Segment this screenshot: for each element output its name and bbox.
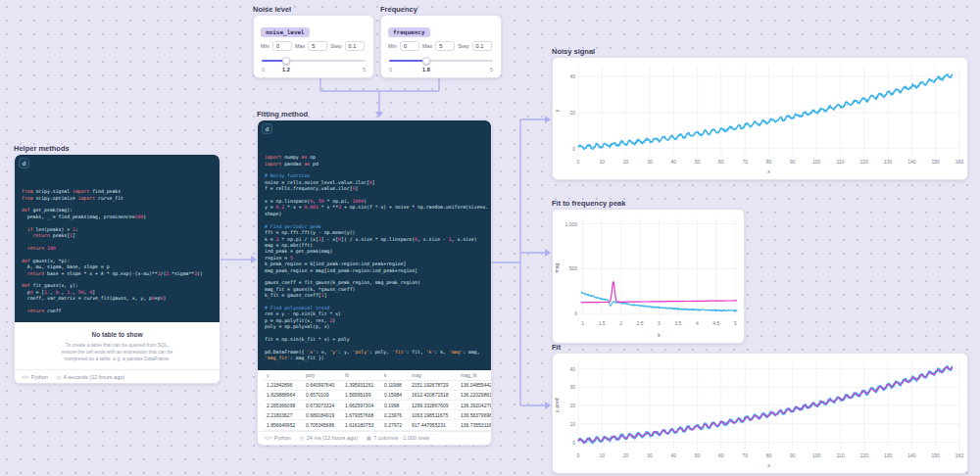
fit-chart[interactable]: 0102030405060708090100110120130140150160…: [553, 354, 968, 469]
svg-text:10: 10: [600, 159, 606, 165]
svg-text:1: 1: [581, 320, 584, 326]
table-row: 1.218428960.6409976401.3959312610.119882…: [264, 380, 492, 390]
cell-type-badge[interactable]: d: [19, 158, 29, 168]
table-cell: 0.640997640: [303, 380, 342, 390]
table-cell: 0.6570109: [303, 390, 342, 400]
variable-chip[interactable]: frequency: [388, 27, 430, 37]
svg-text:20: 20: [569, 110, 575, 116]
table-cell: 136.563796983: [458, 410, 492, 420]
table-cell: 1.21842896: [264, 380, 303, 390]
svg-text:3.5: 3.5: [674, 320, 681, 326]
arrowhead-right-icon: [545, 116, 551, 123]
step-input[interactable]: 0.1: [345, 41, 365, 51]
svg-text:1,000: 1,000: [564, 221, 577, 227]
frequency-peak-chart[interactable]: 11.522.533.544.5505001,000kmag: [553, 210, 745, 339]
noise-level-slider[interactable]: [262, 57, 366, 65]
slider-track[interactable]: [262, 60, 366, 63]
code-editor[interactable]: d import numpy as npimport pandas as pd …: [258, 120, 491, 370]
svg-text:40: 40: [670, 159, 676, 165]
max-input[interactable]: 5: [435, 41, 455, 51]
svg-text:1.5: 1.5: [599, 320, 606, 326]
svg-text:160: 160: [956, 159, 964, 165]
result-table-container[interactable]: ypolyfitkmagmag_fit1.218428960.640997640…: [258, 370, 491, 431]
step-input[interactable]: 0.1: [472, 41, 492, 51]
table-cell: 1299.332867609: [409, 401, 458, 410]
svg-text:60: 60: [718, 159, 724, 165]
runtime-label: 24 ms (12 hours ago): [307, 435, 358, 441]
cell-type-badge[interactable]: d: [262, 123, 272, 134]
table-header-cell[interactable]: mag_fit: [458, 370, 492, 381]
chart-card-fit: Fit 010203040506070809010011012013014015…: [552, 343, 968, 474]
svg-text:40: 40: [569, 366, 575, 372]
svg-text:mag: mag: [554, 262, 560, 272]
table-header-cell[interactable]: fit: [342, 370, 381, 381]
table-cell: 136.048554429: [458, 380, 492, 390]
svg-text:30: 30: [647, 452, 653, 458]
svg-text:0: 0: [574, 310, 577, 316]
table-cell: 1.829888964: [264, 390, 303, 400]
language-label: Python: [274, 435, 291, 441]
runtime-indicator: ◷ 24 ms (12 hours ago): [300, 435, 358, 441]
slider-max-scale: 5: [363, 67, 366, 72]
min-input[interactable]: 0: [272, 41, 292, 51]
variable-chip[interactable]: noise_level: [261, 27, 310, 37]
step-label: Step: [458, 43, 468, 49]
table-row: 2.218036270.6891849191.6793576680.239761…: [264, 410, 492, 420]
svg-text:60: 60: [718, 452, 724, 458]
svg-text:140: 140: [907, 452, 916, 458]
chart-card-fit-to-frequency-peak: Fit to frequency peak 11.522.533.544.550…: [552, 199, 745, 344]
slider-track[interactable]: [389, 60, 493, 63]
chart-title: Noisy signal: [552, 47, 968, 57]
table-cell: 1.56595199: [342, 390, 381, 400]
table-cell: 136.735531167: [458, 420, 492, 430]
table-cell: 1.395931261: [342, 380, 381, 390]
slider-thumb[interactable]: [422, 57, 430, 65]
slider-fill: [389, 60, 426, 63]
svg-text:40: 40: [670, 452, 676, 458]
max-input[interactable]: 5: [308, 41, 327, 51]
code-icon: </>: [265, 435, 271, 441]
noisy-signal-chart[interactable]: 0102030405060708090100110120130140150160…: [553, 58, 968, 175]
svg-text:20: 20: [569, 403, 575, 408]
table-header-cell[interactable]: poly: [303, 370, 342, 381]
arrowhead-right-icon: [545, 249, 551, 257]
slider-thumb[interactable]: [282, 57, 290, 65]
min-input[interactable]: 0: [400, 41, 419, 51]
min-label: Min: [261, 43, 270, 49]
clock-icon: ◷: [300, 435, 304, 441]
svg-text:150: 150: [932, 452, 941, 458]
frequency-slider[interactable]: [389, 57, 493, 65]
svg-text:110: 110: [836, 452, 844, 458]
chart-title: Fit: [552, 343, 968, 353]
table-cell: 0.15984: [381, 390, 409, 400]
table-cell: 136.220298613: [458, 390, 492, 400]
code-editor[interactable]: d from scipy.signal import find_peaksfro…: [15, 155, 220, 322]
svg-text:500: 500: [569, 265, 578, 271]
table-row: 1.8298889640.65701091.565951990.15984161…: [264, 390, 492, 400]
code-line: y = 0.1 * x + 0.001 * x **2 + np.sin(f *…: [265, 205, 485, 211]
table-cell: 1.616180753: [342, 420, 381, 430]
svg-text:20: 20: [623, 452, 629, 458]
svg-text:0: 0: [577, 452, 580, 458]
chart-card-noisy-signal: Noisy signal 010203040506070809010011012…: [552, 47, 968, 180]
code-line: k = 2 * np.pi / (x[1] - x[0]) / x.size *…: [265, 237, 485, 243]
language-indicator: </> Python: [265, 435, 291, 441]
table-cell: 1.662597304: [342, 401, 381, 410]
table-header-cell[interactable]: mag: [409, 370, 458, 381]
svg-text:x: x: [767, 168, 770, 174]
svg-text:70: 70: [742, 452, 748, 458]
svg-text:2: 2: [619, 320, 622, 326]
table-header-cell[interactable]: y: [264, 370, 303, 381]
slider-value: 1.2: [282, 67, 290, 72]
arrowhead-right-icon: [545, 402, 551, 409]
svg-text:4: 4: [696, 320, 699, 326]
svg-text:70: 70: [742, 159, 748, 165]
svg-text:120: 120: [860, 159, 869, 165]
table-header-cell[interactable]: k: [381, 370, 409, 381]
slider-min-scale: 0: [262, 67, 265, 72]
series-fit: [578, 367, 953, 443]
svg-text:3: 3: [658, 320, 661, 326]
svg-text:10: 10: [569, 421, 575, 427]
param-card-frequency: Frequency frequency Min 0 Max 5 Step 0.1…: [380, 5, 502, 78]
table-cell: 2.21803627: [264, 410, 303, 420]
